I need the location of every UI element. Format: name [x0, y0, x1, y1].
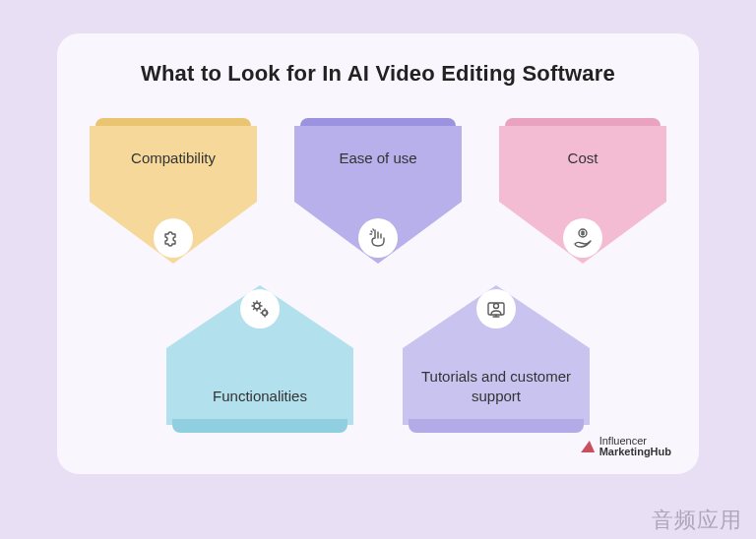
item-tutorials-support: Tutorials and customer support	[403, 285, 590, 433]
support-agent-icon	[484, 297, 508, 321]
item-functionalities: Functionalities	[166, 285, 353, 433]
item-label: Tutorials and customer support	[403, 367, 590, 405]
item-compatibility: Compatibility	[90, 118, 257, 264]
row-1: Compatibility Ease of use	[87, 118, 669, 264]
logo-text: Influencer MarketingHub	[599, 436, 671, 458]
row-2: Functionalities Tutorials and customer s…	[87, 285, 669, 433]
infographic-card: What to Look for In AI Video Editing Sof…	[57, 33, 699, 474]
page-title: What to Look for In AI Video Editing Sof…	[87, 61, 669, 87]
snap-icon	[366, 226, 390, 250]
icon-circle	[476, 289, 516, 329]
watermark: 音频应用	[652, 506, 742, 535]
brand-logo: Influencer MarketingHub	[582, 436, 671, 458]
flap	[409, 419, 584, 433]
logo-line2: MarketingHub	[599, 446, 671, 457]
gears-icon	[248, 297, 272, 321]
icon-circle	[358, 218, 398, 258]
svg-point-3	[494, 304, 499, 309]
hand-coin-icon	[571, 226, 595, 250]
icon-circle	[154, 218, 193, 258]
item-ease-of-use: Ease of use	[294, 118, 462, 264]
item-cost: Cost	[499, 118, 666, 264]
icon-circle	[563, 218, 602, 258]
item-label: Cost	[568, 150, 598, 166]
puzzle-icon	[161, 226, 185, 250]
item-label: Ease of use	[339, 150, 416, 166]
logo-mark-icon	[581, 441, 597, 452]
item-label: Compatibility	[131, 150, 216, 166]
icon-circle	[240, 289, 280, 329]
logo-line1: Influencer	[599, 435, 647, 447]
item-label: Functionalities	[201, 387, 319, 406]
flap	[172, 419, 347, 433]
